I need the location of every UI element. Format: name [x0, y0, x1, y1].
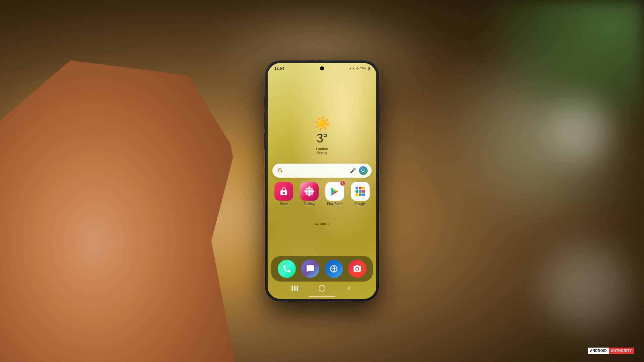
- svg-point-8: [311, 190, 314, 193]
- phone-body: 12:54 ▲▲ ⊙ 79% ▐ ☀️ 3° London Sunny G: [265, 60, 379, 302]
- nav-indicator: [309, 296, 335, 297]
- weather-widget[interactable]: ☀️ 3° London Sunny: [314, 117, 330, 155]
- google-label: Google: [355, 202, 366, 206]
- signal-icon: ▲▲: [349, 67, 355, 70]
- gg-dot-6: [362, 190, 365, 193]
- google-icon: [351, 182, 370, 201]
- gg-dot-8: [359, 193, 362, 196]
- bokeh-4: [543, 245, 627, 328]
- playstore-icon-wrap: 1: [325, 182, 344, 201]
- watermark-authority: AUTHORITY: [609, 348, 634, 354]
- app-grid: Store: [272, 182, 372, 206]
- volume-up-button[interactable]: [264, 112, 265, 129]
- svg-rect-17: [297, 286, 298, 291]
- dock-internet-icon[interactable]: [325, 260, 343, 278]
- app-item-gallery[interactable]: Gallery: [298, 182, 321, 206]
- svg-rect-3: [283, 192, 285, 194]
- svg-rect-16: [294, 286, 296, 291]
- gg-dot-3: [362, 187, 365, 189]
- svg-point-5: [308, 186, 311, 190]
- dock-phone-icon[interactable]: [278, 260, 296, 278]
- page-dot-active: [321, 223, 326, 225]
- weather-icon: ☀️: [314, 117, 330, 130]
- google-g-letter: G: [278, 168, 282, 174]
- lens-search-button[interactable]: [359, 166, 368, 175]
- page-dot-inactive: [328, 223, 329, 225]
- svg-point-14: [356, 268, 359, 270]
- back-button[interactable]: [342, 283, 356, 293]
- gallery-icon: [300, 182, 319, 201]
- phone-screen: 12:54 ▲▲ ⊙ 79% ▐ ☀️ 3° London Sunny G: [268, 63, 376, 299]
- weather-condition: Sunny: [314, 151, 330, 155]
- svg-line-1: [364, 171, 365, 173]
- store-label: Store: [280, 202, 288, 206]
- recent-apps-button[interactable]: [288, 283, 302, 293]
- app-item-store[interactable]: Store: [272, 182, 295, 206]
- google-grid-icon: [356, 187, 365, 196]
- mute-button[interactable]: [264, 97, 265, 109]
- camera-notch: [320, 66, 324, 70]
- bokeh-3: [550, 101, 610, 161]
- watermark: ANDROID AUTHORITY: [588, 348, 634, 354]
- wifi-icon: ⊙: [356, 67, 359, 70]
- gg-dot-1: [356, 187, 358, 189]
- app-item-playstore[interactable]: 1 Play Store: [323, 182, 346, 206]
- battery-percent: 79%: [360, 67, 366, 70]
- home-button[interactable]: [315, 283, 329, 293]
- gallery-label: Gallery: [304, 202, 315, 206]
- svg-point-4: [308, 190, 311, 193]
- gg-dot-5: [359, 190, 362, 193]
- dock-camera-icon[interactable]: [348, 260, 366, 278]
- google-logo: G: [276, 167, 284, 174]
- google-search-bar[interactable]: G 🎤: [272, 164, 372, 178]
- playstore-label: Play Store: [327, 202, 342, 206]
- dock-messages-icon[interactable]: [301, 260, 319, 278]
- gg-dot-4: [356, 190, 358, 193]
- volume-down-button[interactable]: [264, 132, 265, 149]
- watermark-android: ANDROID: [588, 348, 609, 354]
- page-dots: [315, 223, 329, 225]
- phone-wrapper: 12:54 ▲▲ ⊙ 79% ▐ ☀️ 3° London Sunny G: [265, 60, 379, 302]
- svg-point-18: [319, 285, 325, 291]
- dock: [271, 256, 373, 282]
- navigation-bar: [268, 282, 376, 294]
- voice-search-icon[interactable]: 🎤: [350, 168, 356, 174]
- playstore-badge: 1: [340, 181, 345, 186]
- weather-temperature: 3°: [314, 131, 330, 145]
- gg-dot-9: [362, 193, 365, 196]
- status-icons: ▲▲ ⊙ 79% ▐: [349, 67, 370, 70]
- svg-point-7: [304, 190, 308, 193]
- power-button[interactable]: [379, 104, 380, 121]
- battery-icon: ▐: [368, 67, 370, 70]
- svg-point-6: [308, 193, 311, 196]
- svg-rect-15: [291, 286, 293, 291]
- status-time: 12:54: [274, 66, 284, 70]
- hand: [0, 60, 235, 362]
- weather-location: London: [314, 147, 330, 151]
- page-indicator-dash: [315, 224, 319, 225]
- gg-dot-2: [359, 187, 362, 189]
- app-item-google[interactable]: Google: [349, 182, 372, 206]
- store-icon: [274, 182, 293, 201]
- gg-dot-7: [356, 193, 358, 196]
